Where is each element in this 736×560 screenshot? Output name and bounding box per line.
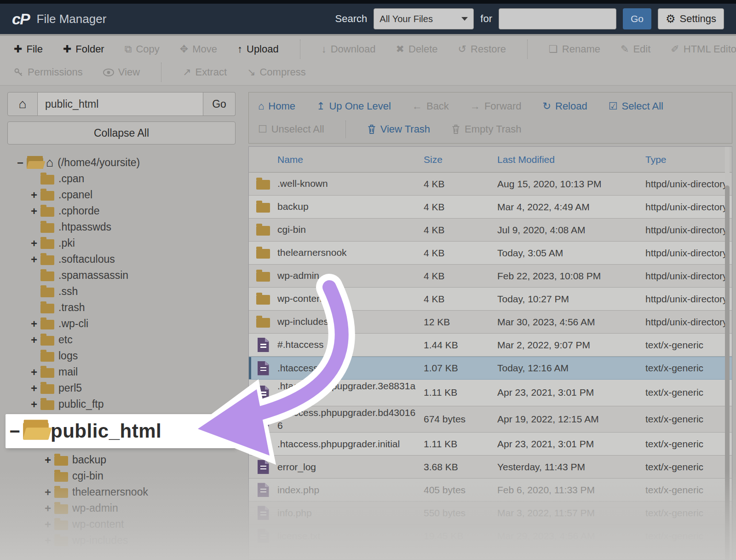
search-input[interactable] — [499, 8, 616, 29]
tree-expander-icon[interactable]: + — [28, 189, 40, 202]
file-name[interactable]: #.htaccess — [277, 338, 424, 351]
nav-link[interactable]: ↥ Up One Level — [316, 100, 391, 112]
file-name[interactable]: wp-content — [277, 292, 424, 305]
toolbar-button[interactable]: ↺ Restore — [458, 43, 506, 55]
nav-link[interactable]: ↻ Reload — [543, 100, 587, 112]
toolbar-button[interactable]: View — [103, 66, 140, 78]
tree-item[interactable]: + .pki — [7, 235, 236, 251]
tree-expander-icon[interactable]: + — [28, 318, 40, 330]
path-go-button[interactable]: Go — [203, 92, 236, 116]
file-row[interactable]: cgi-bin 4 KB Jul 9, 2020, 4:08 AM httpd/… — [249, 219, 732, 242]
tree-item[interactable]: + .cpanel — [7, 187, 236, 203]
nav-link[interactable]: Empty Trash — [451, 123, 521, 135]
nav-link[interactable]: ☑ Select All — [609, 100, 663, 112]
file-name[interactable]: error_log — [277, 461, 424, 473]
column-header-name[interactable]: Name — [277, 154, 424, 165]
tree-expander-icon[interactable]: + — [28, 205, 40, 218]
tree-item[interactable]: .ssh — [7, 283, 236, 300]
tree-item[interactable]: − public_html — [6, 414, 236, 448]
toolbar-button[interactable]: ❏ Rename — [549, 43, 600, 55]
file-row[interactable]: thelearnersnook 4 KB Today, 3:05 AM http… — [249, 242, 732, 265]
column-header-type[interactable]: Type — [645, 154, 732, 165]
file-row[interactable]: wp-content 4 KB Today, 10:27 PM httpd/un… — [249, 288, 732, 311]
search-scope-select[interactable]: All Your Files — [374, 8, 474, 29]
vertical-scrollbar-thumb[interactable] — [725, 185, 730, 560]
tree-expander-icon[interactable]: + — [28, 334, 40, 346]
tree-item[interactable]: + wp-content — [7, 516, 236, 532]
search-go-button[interactable]: Go — [623, 8, 651, 29]
tree-item[interactable]: .cpan — [7, 171, 236, 187]
file-name[interactable]: .htaccess.phpupgrader.3e8831af — [277, 380, 424, 406]
nav-link[interactable]: View Trash — [367, 123, 430, 135]
toolbar-button[interactable]: ✚ File — [14, 43, 43, 55]
nav-link[interactable]: ☐ Unselect All — [258, 123, 324, 135]
tree-expander-icon[interactable]: + — [41, 534, 54, 547]
file-row[interactable]: wp-includes 12 KB Mar 30, 2023, 4:56 AM … — [249, 311, 732, 334]
tree-expander-icon[interactable]: + — [41, 454, 54, 467]
home-button[interactable]: ⌂ — [7, 92, 38, 116]
tree-expander-icon[interactable]: − — [6, 421, 24, 442]
file-row[interactable]: .well-known 4 KB Aug 15, 2020, 10:13 PM … — [249, 173, 732, 196]
tree-item[interactable]: .htpasswds — [7, 219, 236, 235]
nav-link[interactable]: → Forward — [470, 100, 522, 112]
tree-item[interactable]: cgi-bin — [7, 468, 236, 484]
file-row[interactable]: #.htaccess 1.44 KB Mar 2, 2022, 9:07 PM … — [249, 334, 732, 357]
toolbar-button[interactable]: ↓ Download — [322, 43, 376, 55]
tree-item[interactable]: .trash — [7, 300, 236, 316]
nav-link[interactable]: ⌂ Home — [258, 100, 295, 112]
tree-item[interactable]: logs — [7, 348, 236, 364]
file-name[interactable]: wp-includes — [277, 315, 424, 328]
toolbar-button[interactable]: ✐ HTML Editor — [671, 43, 736, 55]
file-row[interactable]: .htaccess 1.07 KB Today, 12:16 AM text/x… — [249, 357, 732, 380]
toolbar-button[interactable]: ↗ Extract — [183, 66, 227, 78]
tree-item[interactable]: + public_ftp — [7, 396, 236, 412]
tree-expander-icon[interactable]: + — [28, 253, 40, 266]
file-row[interactable]: .htaccess.phpupgrader.3e8831af 1.11 KB A… — [249, 380, 732, 406]
tree-expander-icon[interactable]: + — [28, 237, 40, 250]
collapse-all-button[interactable]: Collapse All — [7, 121, 236, 144]
tree-item[interactable]: + perl5 — [7, 380, 236, 396]
file-row[interactable]: wp-admin 4 KB Feb 22, 2023, 10:08 PM htt… — [249, 265, 732, 288]
file-name[interactable]: license.txt — [277, 530, 424, 543]
file-name[interactable]: wp-admin — [277, 269, 424, 282]
tree-item[interactable]: + wp-includes — [7, 532, 236, 548]
tree-expander-icon[interactable]: + — [41, 518, 54, 531]
tree-item[interactable]: + .softaculous — [7, 251, 236, 267]
path-input[interactable] — [38, 92, 203, 116]
file-row[interactable]: info.php 550 bytes Mar 3, 2022, 11:57 PM… — [249, 502, 732, 525]
file-row[interactable]: error_log 3.68 KB Yesterday, 11:43 PM te… — [249, 456, 732, 479]
toolbar-button[interactable]: ✥ Move — [180, 43, 217, 55]
tree-expander-icon[interactable]: + — [41, 502, 54, 515]
tree-item[interactable]: + .wp-cli — [7, 316, 236, 332]
settings-button[interactable]: ⚙ Settings — [658, 8, 724, 29]
tree-item[interactable]: .spamassassin — [7, 267, 236, 283]
tree-expander-icon[interactable]: + — [41, 486, 54, 499]
toolbar-button[interactable]: ✖ Delete — [396, 43, 438, 55]
tree-expander-icon[interactable]: + — [28, 398, 40, 411]
file-row[interactable]: .htaccess.phpupgrader.initial 1.11 KB Ap… — [249, 433, 732, 456]
file-name[interactable]: cgi-bin — [277, 223, 424, 236]
file-name[interactable]: .well-known — [277, 177, 424, 190]
tree-item[interactable]: + .cphorde — [7, 203, 236, 219]
tree-expander-icon[interactable]: − — [14, 156, 27, 169]
file-name[interactable]: .htaccess.phpupgrader.bd430166 — [277, 406, 424, 433]
toolbar-button[interactable]: ↑ Upload — [237, 43, 279, 55]
file-name[interactable]: backup — [277, 200, 424, 213]
tree-item[interactable]: + thelearnersnook — [7, 484, 236, 500]
toolbar-button[interactable]: ↘ Compress — [247, 66, 306, 78]
file-name[interactable]: .htaccess — [277, 362, 424, 375]
tree-item[interactable]: + backup — [7, 452, 236, 468]
file-name[interactable]: .htaccess.phpupgrader.initial — [277, 438, 424, 450]
file-row[interactable]: .htaccess.phpupgrader.bd430166 674 bytes… — [249, 406, 732, 433]
toolbar-button[interactable]: Permissions — [14, 66, 83, 78]
toolbar-button[interactable]: ✎ Edit — [621, 43, 650, 55]
tree-expander-icon[interactable]: + — [28, 366, 40, 379]
file-name[interactable]: thelearnersnook — [277, 246, 424, 259]
tree-expander-icon[interactable]: + — [28, 382, 40, 395]
file-row[interactable]: backup 4 KB Mar 4, 2022, 4:49 AM httpd/u… — [249, 196, 732, 219]
file-row[interactable]: index.php 405 bytes Feb 6, 2020, 11:33 P… — [249, 479, 732, 502]
toolbar-button[interactable]: ⧉ Copy — [125, 43, 160, 55]
file-name[interactable]: info.php — [277, 507, 424, 520]
nav-link[interactable]: ← Back — [412, 100, 449, 112]
tree-item[interactable]: + mail — [7, 364, 236, 380]
